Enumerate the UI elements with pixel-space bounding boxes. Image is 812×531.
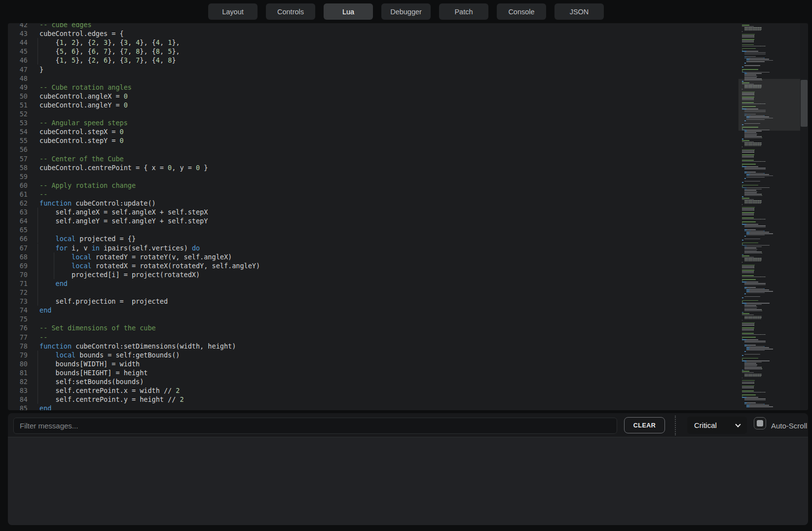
code-line[interactable]: 47} [8, 65, 738, 74]
code-line[interactable]: 46 {1, 5}, {2, 6}, {3, 7}, {4, 8} [8, 56, 738, 65]
code-editor[interactable]: 42-- cube edges43cubeControl.edges = {44… [8, 23, 808, 410]
minimap-line [744, 203, 761, 204]
code-line[interactable]: 50cubeControl.angleX = 0 [8, 92, 738, 101]
code-line[interactable]: 42-- cube edges [8, 23, 738, 29]
code-line[interactable]: 53-- Angular speed steps [8, 118, 738, 127]
code-line[interactable]: 67 for i, v in ipairs(self.vertices) do [8, 244, 738, 252]
minimap-line [744, 138, 763, 139]
code-line[interactable]: 57-- Center of the Cube [8, 154, 738, 163]
code-line[interactable]: 48 [8, 74, 738, 83]
code-text: end [39, 404, 51, 410]
minimap-line [742, 31, 742, 32]
minimap-line [742, 358, 758, 359]
line-number: 45 [8, 47, 28, 56]
code-line[interactable]: 65 [8, 225, 738, 234]
code-line[interactable]: 84 self.centrePoint.y = height // 2 [8, 395, 738, 404]
code-text: function cubeControl:update() [39, 199, 156, 208]
scrollbar-thumb[interactable] [801, 80, 808, 127]
code-line[interactable]: 62function cubeControl:update() [8, 199, 738, 208]
scrollbar-track[interactable] [800, 23, 808, 410]
code-line[interactable]: 60-- Apply rotation change [8, 181, 738, 190]
minimap-line [742, 187, 770, 188]
code-line[interactable]: 44 {1, 2}, {2, 3}, {3, 4}, {4, 1}, [8, 38, 738, 47]
minimap-line [744, 191, 757, 192]
indent-guide [37, 47, 38, 56]
log-level-select[interactable]: Critical [687, 417, 747, 434]
tab-console[interactable]: Console [497, 3, 546, 20]
code-line[interactable]: 76-- Set dimensions of the cube [8, 323, 738, 332]
minimap-line [744, 229, 756, 230]
minimap-line [744, 316, 762, 317]
tab-controls[interactable]: Controls [266, 3, 315, 20]
minimap-viewport[interactable] [738, 79, 800, 131]
code-line[interactable]: 68 local rotatedY = rotateY(v, self.angl… [8, 252, 738, 261]
code-line[interactable]: 63 self.angleX = self.angleX + self.step… [8, 208, 738, 216]
code-line[interactable]: 85end [8, 404, 738, 410]
minimap-line [742, 303, 770, 304]
code-line[interactable]: 79 local bounds = self:getBounds() [8, 351, 738, 359]
messages-area[interactable] [8, 437, 808, 525]
indent-guide [37, 297, 38, 306]
code-line[interactable]: 58cubeControl.centrePoint = { x = 0, y =… [8, 163, 738, 172]
code-line[interactable]: 78function cubeControl:setDimensions(wid… [8, 342, 738, 351]
code-line[interactable]: 56 [8, 145, 738, 154]
code-line[interactable]: 73 self.projection = projected [8, 297, 738, 306]
code-line[interactable]: 43cubeControl.edges = { [8, 29, 738, 38]
code-line[interactable]: 59 [8, 172, 738, 181]
code-line[interactable]: 55cubeControl.stepY = 0 [8, 136, 738, 145]
minimap-line [742, 390, 754, 391]
code-line[interactable]: 80 bounds[WIDTH] = width [8, 359, 738, 368]
code-text: self.projection = projected [39, 297, 168, 306]
code-text: bounds[HEIGHT] = height [39, 368, 148, 377]
tab-json[interactable]: JSON [554, 3, 604, 20]
minimap-line [744, 63, 746, 64]
line-number: 62 [8, 199, 28, 208]
line-number: 73 [8, 297, 28, 306]
minimap-line [742, 46, 766, 47]
indent-guide [37, 386, 38, 395]
tab-lua[interactable]: Lua [324, 3, 373, 20]
minimap-line [744, 341, 766, 342]
code-line[interactable]: 51cubeControl.angleY = 0 [8, 101, 738, 109]
auto-scroll-checkbox[interactable] [754, 417, 766, 429]
code-line[interactable]: 49-- Cube rotation angles [8, 83, 738, 92]
code-text: function cubeControl:setDimensions(width… [39, 342, 236, 351]
code-line[interactable]: 45 {5, 6}, {6, 7}, {7, 8}, {8, 5}, [8, 47, 738, 56]
tab-patch[interactable]: Patch [439, 3, 488, 20]
code-line[interactable]: 82 self:setBounds(bounds) [8, 377, 738, 386]
code-line[interactable]: 70 projected[i] = project(rotatedX) [8, 270, 738, 279]
code-text: end [39, 306, 51, 315]
line-number: 63 [8, 208, 28, 216]
code-line[interactable]: 71 end [8, 279, 738, 288]
code-line[interactable]: 61-- [8, 190, 738, 199]
line-number: 61 [8, 190, 28, 199]
filter-input[interactable] [13, 418, 617, 434]
code-line[interactable]: 74end [8, 306, 738, 315]
clear-button[interactable]: CLEAR [624, 417, 665, 433]
code-line[interactable]: 69 local rotatedX = rotateX(rotatedY, se… [8, 261, 738, 270]
tab-debugger[interactable]: Debugger [381, 3, 431, 20]
tab-layout[interactable]: Layout [208, 3, 258, 20]
code-line[interactable]: 72 [8, 288, 738, 297]
minimap-line [744, 136, 762, 137]
code-line[interactable]: 83 self.centrePoint.x = width // 2 [8, 386, 738, 395]
code-line[interactable]: 64 self.angleY = self.angleY + self.step… [8, 216, 738, 225]
minimap-line [742, 207, 755, 208]
line-number: 65 [8, 225, 28, 234]
minimap-line [742, 48, 756, 49]
code-line[interactable]: 81 bounds[HEIGHT] = height [8, 368, 738, 377]
minimap-line [744, 178, 746, 179]
code-line[interactable]: 75 [8, 315, 738, 323]
indent-guide [37, 288, 38, 297]
minimap-line [744, 248, 756, 248]
minimap-line [742, 142, 754, 142]
code-text: cubeControl.centrePoint = { x = 0, y = 0… [39, 163, 208, 172]
code-line[interactable]: 52 [8, 109, 738, 118]
minimap-line [742, 212, 754, 213]
minimap-line [742, 72, 770, 73]
code-line[interactable]: 77-- [8, 333, 738, 342]
minimap-line [744, 283, 766, 284]
minimap-line [744, 181, 760, 182]
code-line[interactable]: 66 local projected = {} [8, 234, 738, 243]
code-line[interactable]: 54cubeControl.stepX = 0 [8, 127, 738, 136]
